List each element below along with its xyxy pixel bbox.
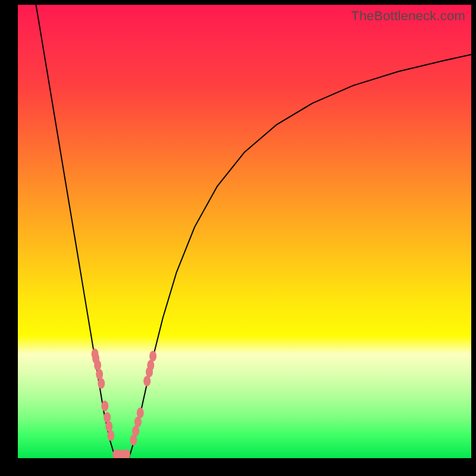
data-marker bbox=[149, 351, 156, 362]
watermark-text: TheBottleneck.com bbox=[351, 8, 465, 24]
data-marker bbox=[94, 360, 101, 371]
data-marker bbox=[96, 369, 103, 380]
chart-svg bbox=[18, 5, 471, 458]
curve-group bbox=[36, 5, 471, 458]
data-marker bbox=[98, 378, 105, 389]
data-marker bbox=[104, 412, 111, 422]
data-marker bbox=[107, 430, 114, 441]
bottleneck-curve bbox=[36, 5, 471, 458]
plot-area: TheBottleneck.com bbox=[18, 5, 471, 458]
marker-group bbox=[92, 349, 157, 458]
chart-frame: TheBottleneck.com bbox=[0, 0, 476, 476]
data-marker bbox=[101, 400, 108, 411]
data-marker bbox=[137, 408, 144, 418]
data-marker bbox=[105, 421, 112, 432]
